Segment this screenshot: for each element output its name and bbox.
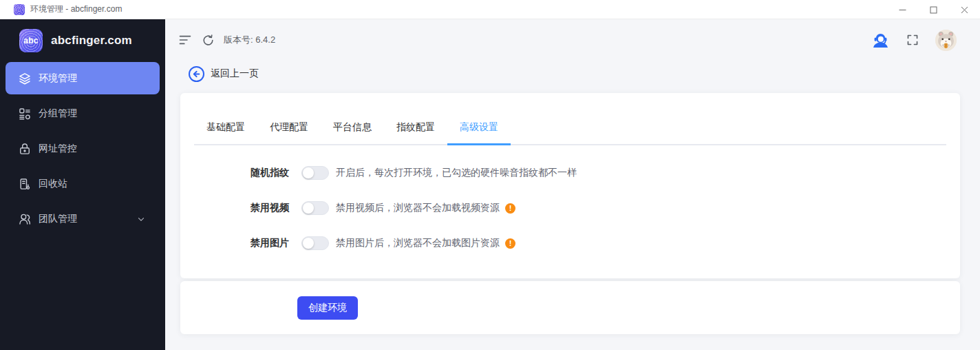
back-arrow-icon [189, 66, 204, 82]
tab-fingerprint-config[interactable]: 指纹配置 [384, 114, 447, 144]
tab-advanced-settings[interactable]: 高级设置 [447, 114, 511, 145]
setting-description: 禁用图片后，浏览器不会加载图片资源 [336, 237, 500, 249]
tab-proxy-config[interactable]: 代理配置 [257, 114, 321, 144]
setting-label: 禁用图片 [180, 237, 289, 249]
lock-icon [18, 142, 32, 156]
sidebar-item-recycle-bin[interactable]: 回收站 [6, 167, 160, 200]
group-icon [18, 107, 32, 121]
back-button[interactable]: 返回上一页 [165, 62, 980, 85]
maximize-button[interactable] [918, 0, 949, 19]
app-logo-icon [14, 4, 25, 15]
hamster-avatar-image [935, 30, 957, 51]
sidebar: abc abcfinger.com 环境管理 分组管理 网址管控 [0, 19, 165, 350]
window-title: 环境管理 - abcfinger.com [30, 3, 122, 15]
brand-name: abcfinger.com [51, 34, 132, 48]
customer-support-icon[interactable] [871, 31, 890, 50]
fullscreen-icon[interactable] [906, 34, 919, 46]
layers-icon [18, 72, 32, 85]
setting-row-random-fingerprint: 随机指纹 开启后，每次打开环境，已勾选的硬件噪音指纹都不一样 [180, 161, 960, 185]
sidebar-item-groups[interactable]: 分组管理 [6, 97, 160, 130]
toggle-knob [303, 167, 314, 178]
tab-basic-config[interactable]: 基础配置 [194, 114, 257, 144]
refresh-icon[interactable] [202, 34, 215, 47]
sidebar-menu: 环境管理 分组管理 网址管控 回收站 [0, 62, 165, 235]
setting-label: 禁用视频 [180, 202, 289, 214]
disable-video-toggle[interactable] [301, 201, 329, 215]
version-label: 版本号: 6.4.2 [224, 34, 275, 46]
sidebar-item-label: 网址管控 [39, 143, 77, 155]
titlebar: 环境管理 - abcfinger.com [0, 0, 980, 19]
toggle-knob [303, 238, 314, 249]
main-area: 版本号: 6.4.2 [165, 19, 980, 350]
setting-row-disable-video: 禁用视频 禁用视频后，浏览器不会加载视频资源 [180, 196, 960, 220]
setting-row-disable-image: 禁用图片 禁用图片后，浏览器不会加载图片资源 [180, 231, 960, 256]
minimize-button[interactable] [887, 0, 918, 19]
maximize-icon [930, 6, 937, 14]
toolbar: 版本号: 6.4.2 [165, 19, 980, 61]
setting-label: 随机指纹 [180, 167, 289, 179]
sidebar-item-team[interactable]: 团队管理 [6, 203, 160, 235]
tab-bar: 基础配置 代理配置 平台信息 指纹配置 高级设置 [194, 93, 946, 145]
collapse-menu-icon[interactable] [178, 33, 192, 47]
setting-description: 开启后，每次打开环境，已勾选的硬件噪音指纹都不一样 [336, 167, 577, 179]
chevron-down-icon [136, 214, 146, 224]
team-icon [18, 212, 32, 226]
toolbar-right [871, 30, 957, 51]
tab-platform-info[interactable]: 平台信息 [321, 114, 384, 144]
disable-image-toggle[interactable] [301, 236, 329, 250]
minimize-icon [899, 6, 906, 14]
brand: abc abcfinger.com [19, 29, 165, 52]
back-label: 返回上一页 [211, 68, 259, 80]
brand-logo-icon: abc [19, 29, 43, 52]
sidebar-item-url-control[interactable]: 网址管控 [6, 132, 160, 165]
sidebar-item-label: 团队管理 [39, 213, 77, 225]
brand-logo-text: abc [23, 36, 39, 45]
random-fingerprint-toggle[interactable] [301, 166, 329, 180]
footer-bar: 创建环境 [180, 281, 960, 334]
close-button[interactable] [949, 0, 980, 19]
recycle-bin-icon [18, 177, 32, 191]
create-environment-button[interactable]: 创建环境 [297, 296, 358, 320]
sidebar-item-environment[interactable]: 环境管理 [6, 62, 160, 94]
close-icon [961, 6, 968, 14]
user-avatar[interactable] [935, 30, 957, 51]
setting-description: 禁用视频后，浏览器不会加载视频资源 [336, 202, 500, 214]
settings-card: 基础配置 代理配置 平台信息 指纹配置 高级设置 随机指纹 开启后，每次打开环境… [180, 93, 960, 278]
toggle-knob [303, 203, 314, 214]
window-controls [887, 0, 980, 19]
sidebar-item-label: 分组管理 [39, 107, 77, 120]
sidebar-item-label: 回收站 [39, 178, 67, 190]
warning-icon[interactable] [505, 203, 515, 214]
settings-rows: 随机指纹 开启后，每次打开环境，已勾选的硬件噪音指纹都不一样 禁用视频 禁用视频… [180, 145, 960, 256]
warning-icon[interactable] [505, 238, 515, 249]
sidebar-item-label: 环境管理 [39, 72, 77, 85]
